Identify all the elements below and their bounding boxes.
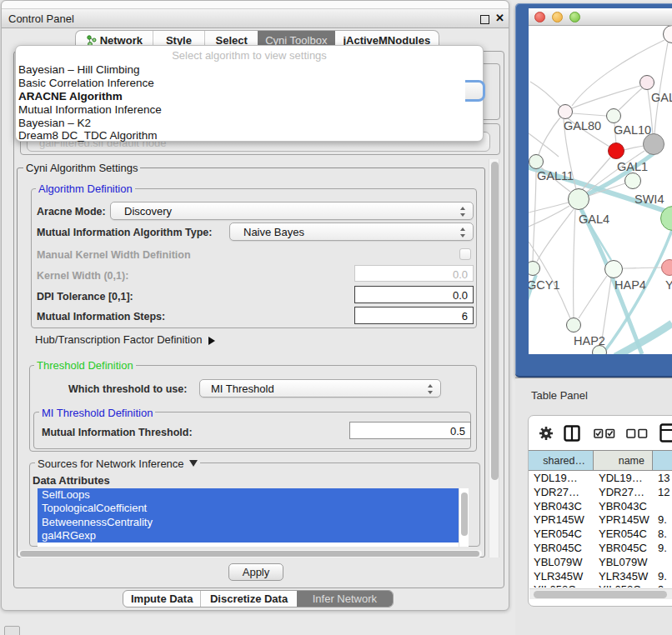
table-horizontal-scrollbar[interactable] <box>529 588 672 599</box>
split-columns-icon[interactable] <box>564 425 580 442</box>
network-node-gal1[interactable] <box>608 142 624 159</box>
sources-title[interactable]: Sources for Network Inference <box>35 458 200 471</box>
list-item-selected[interactable]: gal4RGexp <box>38 529 459 542</box>
settings-vertical-scrollbar[interactable] <box>489 159 499 558</box>
table-hscroll-thumb[interactable] <box>534 591 667 598</box>
node-label: HAP2 <box>574 334 605 348</box>
table-cell: YBR045C <box>594 542 653 556</box>
settings-horizontal-scrollbar[interactable] <box>18 550 482 558</box>
network-node[interactable] <box>624 172 641 189</box>
column-header-3[interactable] <box>653 451 672 470</box>
table-row[interactable]: YLR345WYLR345W9. <box>529 570 672 584</box>
zoom-traffic-light[interactable] <box>569 12 580 22</box>
table-row[interactable]: YER054CYER054C8. <box>529 528 672 542</box>
float-window-icon[interactable] <box>480 15 489 24</box>
column-header-shared[interactable]: shared… <box>529 451 594 470</box>
column-header-name[interactable]: name <box>594 451 653 470</box>
mi-threshold-value: 0.5 <box>450 425 465 438</box>
table-cell: YDL19… <box>594 472 653 486</box>
close-icon[interactable]: ✕ <box>495 12 504 24</box>
table-row[interactable]: YDL19…YDL19…13 <box>529 472 672 486</box>
window-titlebar[interactable]: Control Panel ✕ <box>2 8 509 28</box>
network-node[interactable] <box>529 154 544 169</box>
list-item-selected[interactable]: BetweennessCentrality <box>38 516 459 529</box>
network-canvas[interactable]: GAL GAL80 GAL10 GAL1 GAL11 SWI4 GAL4 GCY… <box>529 26 672 354</box>
popup-item[interactable]: Bayesian – Hill Climbing <box>16 63 483 77</box>
manual-kernel-checkbox[interactable] <box>459 248 471 260</box>
table-cell: YBR043C <box>594 500 653 514</box>
close-traffic-light[interactable] <box>534 12 545 22</box>
sources-title-label: Sources for Network Inference <box>38 458 184 470</box>
data-attributes-list[interactable]: SelfLoops TopologicalCoefficient Between… <box>38 488 469 547</box>
aracne-mode-label: Aracne Mode: <box>37 206 106 218</box>
table-cell: YLR345W <box>529 570 594 584</box>
table-row[interactable]: YDR27…YDR27…12 <box>529 486 672 500</box>
hub-definition-expander[interactable]: Hub/Transcription Factor Definition <box>35 333 219 346</box>
import-table-icon[interactable] <box>659 423 672 443</box>
network-node[interactable] <box>558 104 573 119</box>
gear-icon[interactable] <box>538 425 554 442</box>
tab-discretize-label: Discretize Data <box>210 592 288 605</box>
which-threshold-combobox[interactable]: MI Threshold <box>199 379 441 398</box>
threshold-definition-title: Threshold Definition <box>34 359 136 372</box>
list-item-selected[interactable]: SelfLoops <box>38 488 459 502</box>
mi-steps-input[interactable]: 6 <box>354 307 474 324</box>
table-row[interactable]: YBR045CYBR045C9. <box>529 542 672 556</box>
network-window-titlebar[interactable] <box>529 8 672 26</box>
aracne-mode-combobox[interactable]: Discovery <box>110 202 474 220</box>
popup-item[interactable]: Mutual Information Inference <box>16 103 483 117</box>
network-node-gal4[interactable] <box>568 188 589 210</box>
table-cell: YDL19… <box>529 472 594 486</box>
apply-button[interactable]: Apply <box>228 563 283 581</box>
popup-item[interactable]: Basic Correlation Inference <box>16 77 483 90</box>
network-node[interactable] <box>566 318 581 332</box>
tab-discretize-data[interactable]: Discretize Data <box>200 591 296 607</box>
vscroll-thumb[interactable] <box>491 162 499 480</box>
kernel-width-input[interactable]: 0.0 <box>354 265 474 282</box>
tab-infer-network[interactable]: Infer Network <box>297 591 393 607</box>
dpi-tolerance-input[interactable]: 0.0 <box>354 286 474 303</box>
dpi-tolerance-label: DPI Tolerance [0,1]: <box>37 291 133 302</box>
kernel-width-value: 0.0 <box>453 268 468 281</box>
list-vertical-scrollbar[interactable] <box>459 488 469 547</box>
list-item-selected[interactable]: TopologicalCoefficient <box>38 502 459 515</box>
table-cell: 8. <box>653 528 672 542</box>
control-panel-window: Control Panel ✕ Network Style Select Cyn… <box>1 0 509 611</box>
table-cell <box>653 556 672 570</box>
mi-type-combobox[interactable]: Naive Bayes <box>229 222 474 241</box>
table-panel-dock: Table Panel shared… <box>515 378 672 635</box>
table-cell: YDR27… <box>529 486 594 500</box>
node-label: Y <box>665 278 672 292</box>
popup-item[interactable]: Dream8 DC_TDC Algorithm <box>16 129 483 142</box>
network-node[interactable] <box>661 259 672 276</box>
network-node[interactable] <box>606 108 621 123</box>
node-label: GAL80 <box>564 119 601 132</box>
popup-item-selected[interactable]: ARACNE Algorithm <box>16 90 483 103</box>
mi-threshold-input[interactable]: 0.5 <box>349 422 471 439</box>
table-row[interactable]: YBR043CYBR043C <box>529 500 672 514</box>
cyni-settings-title: Cyni Algorithm Settings <box>23 162 140 174</box>
unchecked-checkboxes-icon[interactable] <box>626 428 648 438</box>
window-top-strip <box>2 1 509 8</box>
tab-impute-data[interactable]: Impute Data <box>123 591 200 607</box>
list-scrollbar-thumb[interactable] <box>461 492 468 536</box>
table-cell: YBL079W <box>529 556 594 570</box>
table-row[interactable]: YIL052CYIL052C9. <box>529 583 672 588</box>
table-cell: YDR27… <box>594 486 653 500</box>
network-node[interactable] <box>604 260 623 278</box>
checked-checkboxes-icon[interactable] <box>594 428 615 438</box>
table-row[interactable]: YPR145WYPR145W9. <box>529 513 672 528</box>
hscroll-thumb[interactable] <box>20 551 479 557</box>
tab-infer-label: Infer Network <box>313 592 377 605</box>
table-rows: YDL19…YDL19…13YDR27…YDR27…12YBR043CYBR04… <box>529 472 672 588</box>
table-cell: YLR345W <box>594 570 653 584</box>
which-threshold-label: Which threshold to use: <box>68 383 187 395</box>
minimize-traffic-light[interactable] <box>552 12 563 22</box>
table-row[interactable]: YBL079WYBL079W <box>529 556 672 570</box>
popup-item[interactable]: Bayesian – K2 <box>16 117 483 130</box>
combo-arrows-icon <box>428 383 434 395</box>
network-node[interactable] <box>639 75 654 90</box>
collapsed-panel-icon[interactable] <box>4 626 20 635</box>
tab-impute-label: Impute Data <box>131 592 193 605</box>
algorithm-combobox-focus-ring[interactable] <box>465 80 485 102</box>
